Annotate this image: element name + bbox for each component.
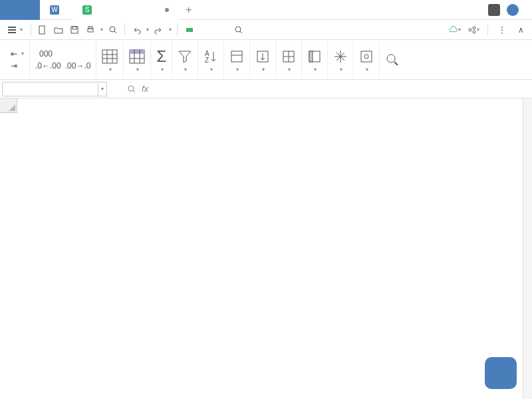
indent-left-icon[interactable]: ⇤ bbox=[11, 49, 17, 59]
doc-icon: W bbox=[50, 5, 59, 15]
svg-point-5 bbox=[110, 27, 115, 32]
table-style-icon bbox=[129, 47, 145, 66]
tab-start[interactable] bbox=[186, 28, 193, 32]
svg-point-36 bbox=[128, 86, 134, 91]
spreadsheet-area bbox=[0, 98, 532, 399]
svg-rect-24 bbox=[231, 51, 242, 62]
format-icon bbox=[229, 47, 244, 66]
svg-rect-4 bbox=[88, 27, 92, 29]
share-button[interactable]: ▾ bbox=[467, 24, 479, 36]
title-bar: W S + bbox=[0, 0, 532, 20]
svg-rect-3 bbox=[88, 29, 93, 32]
hamburger-icon bbox=[8, 27, 16, 33]
expand-button[interactable]: ∧ bbox=[515, 24, 527, 36]
chevron-down-icon: ▾ bbox=[146, 27, 149, 33]
freeze-icon bbox=[333, 47, 348, 66]
fx-icon[interactable]: fx bbox=[142, 84, 148, 94]
select-all-corner[interactable] bbox=[0, 98, 17, 113]
print-button[interactable] bbox=[84, 24, 96, 36]
wps-logo bbox=[0, 0, 40, 20]
rowcol-button[interactable]: ▾ bbox=[276, 40, 302, 80]
freeze-button[interactable]: ▾ bbox=[328, 40, 354, 80]
new-file-button[interactable] bbox=[37, 24, 49, 36]
formula-input[interactable] bbox=[154, 82, 420, 96]
undo-button[interactable] bbox=[130, 24, 142, 36]
decimal-inc-icon[interactable]: .0←.00 bbox=[35, 61, 61, 70]
goto-icon[interactable] bbox=[127, 84, 136, 94]
format-button[interactable]: ▾ bbox=[224, 40, 250, 80]
svg-point-9 bbox=[469, 29, 471, 31]
svg-rect-2 bbox=[72, 27, 76, 29]
document-tab-xlsx[interactable]: S bbox=[72, 0, 179, 20]
open-button[interactable] bbox=[53, 24, 65, 36]
svg-text:Z: Z bbox=[205, 57, 209, 64]
cloud-button[interactable]: ▾ bbox=[449, 24, 461, 36]
watermark bbox=[485, 357, 522, 389]
table-style-button[interactable]: ▾ bbox=[124, 40, 151, 80]
funnel-icon bbox=[178, 47, 192, 66]
toolbar-search[interactable] bbox=[234, 25, 246, 35]
namebox-dropdown[interactable]: ▾ bbox=[98, 82, 107, 96]
svg-point-10 bbox=[473, 27, 475, 29]
grid-icon bbox=[102, 47, 118, 66]
preview-button[interactable] bbox=[107, 24, 119, 36]
svg-line-6 bbox=[114, 31, 116, 33]
comma-icon[interactable]: 000 bbox=[39, 49, 53, 59]
rowcol-icon bbox=[281, 47, 296, 66]
svg-point-11 bbox=[473, 31, 475, 33]
svg-rect-32 bbox=[361, 51, 372, 62]
formula-bar-row: ▾ fx bbox=[0, 80, 532, 98]
modified-dot-icon bbox=[165, 8, 169, 12]
save-button[interactable] bbox=[68, 24, 80, 36]
tools-icon bbox=[359, 47, 374, 66]
svg-rect-31 bbox=[309, 51, 313, 62]
tab-special[interactable] bbox=[221, 28, 225, 32]
fill-icon bbox=[255, 47, 270, 66]
vertical-scrollbar[interactable] bbox=[523, 98, 532, 399]
search-button[interactable] bbox=[380, 40, 405, 80]
sheet-icon: S bbox=[82, 5, 92, 15]
filter-button[interactable]: ▾ bbox=[172, 40, 198, 80]
svg-rect-12 bbox=[102, 50, 117, 63]
number-format-group: 000 .0←.00.00→.0 bbox=[30, 40, 96, 80]
svg-line-37 bbox=[133, 90, 135, 92]
table-tools-button[interactable]: ▾ bbox=[354, 40, 380, 80]
redo-button[interactable] bbox=[153, 24, 165, 36]
decimal-dec-icon[interactable]: .00→.0 bbox=[65, 61, 91, 70]
chevron-down-icon: ▾ bbox=[20, 27, 23, 33]
svg-point-34 bbox=[387, 55, 395, 63]
svg-rect-0 bbox=[39, 26, 45, 34]
search-icon bbox=[385, 50, 400, 70]
name-box[interactable] bbox=[2, 82, 98, 96]
hamburger-menu[interactable]: ▾ bbox=[5, 25, 25, 35]
sigma-icon: Σ bbox=[156, 47, 166, 66]
sort-icon: AZ bbox=[203, 47, 218, 66]
svg-line-35 bbox=[394, 62, 398, 65]
indent-group: ⇤▾ ⇥ bbox=[5, 40, 30, 80]
more-button[interactable]: ⋮ bbox=[496, 24, 508, 36]
svg-point-33 bbox=[364, 55, 368, 59]
menu-toolbar: ▾ ▾ ▾ ▾ ▾ ▾ ⋮ ∧ bbox=[0, 20, 532, 40]
chevron-down-icon: ▾ bbox=[100, 27, 103, 33]
document-tab-docx[interactable]: W bbox=[40, 0, 72, 20]
conditional-format-button[interactable]: ▾ bbox=[96, 40, 124, 80]
sum-button[interactable]: Σ ▾ bbox=[151, 40, 172, 80]
worksheet-icon bbox=[307, 47, 322, 66]
watermark-logo-icon bbox=[485, 357, 517, 389]
indent-right-icon[interactable]: ⇥ bbox=[11, 61, 17, 70]
wps-account-icon[interactable] bbox=[507, 4, 519, 16]
ribbon: ⇤▾ ⇥ 000 .0←.00.00→.0 ▾ ▾ Σ ▾ ▾ AZ ▾ ▾ ▾… bbox=[0, 40, 532, 80]
svg-rect-18 bbox=[130, 50, 144, 54]
svg-point-7 bbox=[235, 27, 241, 32]
tab-count-badge[interactable] bbox=[488, 4, 500, 16]
chevron-down-icon: ▾ bbox=[169, 27, 172, 33]
svg-line-8 bbox=[240, 31, 242, 33]
fill-button[interactable]: ▾ bbox=[250, 40, 276, 80]
sort-button[interactable]: AZ ▾ bbox=[198, 40, 224, 80]
search-icon bbox=[234, 25, 243, 35]
new-tab-button[interactable]: + bbox=[179, 4, 198, 16]
ribbon-tabs bbox=[186, 28, 225, 32]
worksheet-button[interactable]: ▾ bbox=[302, 40, 328, 80]
